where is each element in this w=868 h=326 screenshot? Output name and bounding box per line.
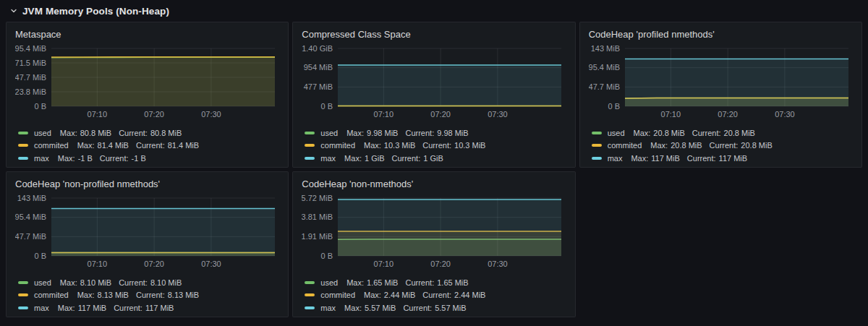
svg-text:1.91 MiB: 1.91 MiB: [302, 232, 333, 241]
legend-item-used[interactable]: used Max: 1.65 MiB Current: 1.65 MiB: [302, 278, 566, 287]
current-value: 1 GiB: [423, 154, 443, 163]
svg-text:95.4 MiB: 95.4 MiB: [589, 63, 620, 72]
legend-item-used[interactable]: used Max: 20.8 MiB Current: 20.8 MiB: [589, 128, 853, 137]
current-value: 8.13 MiB: [168, 291, 199, 299]
time-series-chart[interactable]: 143 MiB95.4 MiB47.7 MiB0 B07:1007:2007:3…: [589, 43, 853, 122]
panel-codeheap-non-profiled-nmethods: CodeHeap 'non-profiled nmethods' 143 MiB…: [6, 171, 289, 317]
legend-item-used[interactable]: used Max: 8.10 MiB Current: 8.10 MiB: [15, 278, 279, 287]
series-color-swatch: [305, 144, 315, 147]
max-value: 117 MiB: [651, 154, 680, 163]
series-color-swatch: [305, 132, 315, 134]
legend-item-commited[interactable]: commited Max: 20.8 MiB Current: 20.8 MiB: [589, 141, 853, 150]
max-value: 80.8 MiB: [80, 129, 111, 137]
series-name: commited: [608, 141, 642, 150]
time-series-chart[interactable]: 143 MiB95.4 MiB47.7 MiB0 B07:1007:2007:3…: [15, 193, 279, 272]
max-value: 2.44 MiB: [384, 291, 415, 299]
current-label: Current:: [692, 129, 721, 137]
max-label: Max:: [58, 154, 75, 163]
current-label: Current:: [119, 129, 148, 137]
panel-header[interactable]: Metaspace: [15, 27, 279, 40]
svg-text:954 MiB: 954 MiB: [304, 63, 333, 72]
series-name: commited: [320, 291, 355, 299]
time-series-chart[interactable]: 5.72 MiB3.81 MiB1.91 MiB0 B07:1007:2007:…: [302, 193, 566, 272]
current-value: 80.8 MiB: [150, 129, 182, 137]
svg-text:07:30: 07:30: [488, 110, 508, 119]
row-title: JVM Memory Pools (Non-Heap): [22, 6, 169, 17]
current-value: 1.65 MiB: [437, 278, 468, 287]
svg-text:0 B: 0 B: [321, 102, 333, 111]
svg-text:07:20: 07:20: [718, 110, 738, 119]
legend-item-max[interactable]: max Max: 117 MiB Current: 117 MiB: [15, 303, 279, 312]
legend: used Max: 8.10 MiB Current: 8.10 MiB com…: [15, 278, 279, 312]
series-color-swatch: [592, 144, 602, 147]
series-name: used: [320, 278, 338, 287]
grafana-dashboard: JVM Memory Pools (Non-Heap) Metaspace 95…: [0, 0, 868, 323]
legend-item-max[interactable]: max Max: 1 GiB Current: 1 GiB: [302, 153, 566, 163]
svg-text:07:10: 07:10: [88, 110, 108, 119]
legend: used Max: 20.8 MiB Current: 20.8 MiB com…: [589, 128, 853, 163]
series-name: max: [320, 154, 336, 163]
series-color-swatch: [305, 293, 315, 296]
current-label: Current:: [403, 304, 432, 312]
panel-header[interactable]: CodeHeap 'non-profiled nmethods': [15, 177, 279, 190]
legend: used Max: 80.8 MiB Current: 80.8 MiB com…: [15, 128, 279, 163]
panel-grid: Metaspace 95.4 MiB71.5 MiB47.7 MiB23.8 M…: [6, 22, 862, 317]
panel-title: CodeHeap 'non-nmethods': [302, 179, 566, 189]
legend-item-max[interactable]: max Max: 117 MiB Current: 117 MiB: [589, 153, 853, 163]
max-label: Max:: [77, 291, 95, 299]
panel-metaspace: Metaspace 95.4 MiB71.5 MiB47.7 MiB23.8 M…: [6, 22, 289, 168]
legend-item-used[interactable]: used Max: 80.8 MiB Current: 80.8 MiB: [15, 128, 279, 137]
current-value: 5.57 MiB: [435, 304, 466, 312]
max-label: Max:: [634, 129, 651, 137]
legend-item-max[interactable]: max Max: 5.57 MiB Current: 5.57 MiB: [302, 303, 566, 312]
panel-codeheap-profiled-nmethods: CodeHeap 'profiled nmethods' 143 MiB95.4…: [579, 22, 862, 168]
legend-item-commited[interactable]: commited Max: 10.3 MiB Current: 10.3 MiB: [302, 141, 566, 150]
max-value: 8.10 MiB: [80, 278, 111, 287]
svg-text:47.7 MiB: 47.7 MiB: [15, 232, 46, 241]
dashboard-row-header[interactable]: JVM Memory Pools (Non-Heap): [6, 0, 862, 22]
legend-item-used[interactable]: used Max: 9.98 MiB Current: 9.98 MiB: [302, 128, 566, 137]
current-value: 2.44 MiB: [454, 291, 485, 299]
panel-title: CodeHeap 'profiled nmethods': [589, 29, 853, 40]
current-label: Current:: [422, 141, 451, 150]
panel-header[interactable]: Compressed Class Space: [302, 27, 566, 40]
current-value: 20.8 MiB: [741, 141, 772, 150]
panel-header[interactable]: CodeHeap 'profiled nmethods': [589, 27, 853, 40]
current-label: Current:: [136, 141, 165, 150]
legend-item-commited[interactable]: commited Max: 8.13 MiB Current: 8.13 MiB: [15, 291, 279, 300]
svg-text:07:30: 07:30: [201, 110, 221, 119]
svg-text:07:20: 07:20: [431, 259, 451, 268]
svg-text:0 B: 0 B: [34, 252, 46, 260]
legend-item-max[interactable]: max Max: -1 B Current: -1 B: [15, 153, 279, 163]
max-value: 5.57 MiB: [365, 304, 396, 312]
max-label: Max:: [346, 278, 364, 287]
series-color-swatch: [592, 157, 602, 160]
series-name: used: [608, 129, 625, 137]
svg-text:143 MiB: 143 MiB: [590, 44, 619, 53]
max-value: 10.3 MiB: [384, 141, 415, 150]
current-label: Current:: [405, 278, 434, 287]
panel-header[interactable]: CodeHeap 'non-nmethods': [302, 177, 566, 190]
legend-item-commited[interactable]: commited Max: 81.4 MiB Current: 81.4 MiB: [15, 141, 279, 150]
legend: used Max: 9.98 MiB Current: 9.98 MiB com…: [302, 128, 566, 163]
panel-compressed-class-space: Compressed Class Space 1.40 GiB954 MiB47…: [292, 22, 575, 168]
series-color-swatch: [18, 157, 28, 160]
svg-text:477 MiB: 477 MiB: [304, 82, 333, 91]
time-series-chart[interactable]: 1.40 GiB954 MiB477 MiB0 B07:1007:2007:30: [302, 43, 566, 122]
svg-text:71.5 MiB: 71.5 MiB: [15, 59, 46, 67]
max-label: Max:: [364, 291, 381, 299]
series-color-swatch: [305, 157, 315, 160]
svg-text:07:10: 07:10: [374, 110, 394, 119]
series-color-swatch: [18, 132, 28, 134]
svg-text:95.4 MiB: 95.4 MiB: [15, 44, 46, 53]
svg-text:3.81 MiB: 3.81 MiB: [302, 213, 333, 221]
time-series-chart[interactable]: 95.4 MiB71.5 MiB47.7 MiB23.8 MiB0 B07:10…: [15, 43, 279, 122]
svg-text:07:30: 07:30: [488, 259, 508, 268]
series-name: max: [608, 154, 623, 163]
series-name: commited: [320, 141, 355, 150]
max-label: Max:: [346, 129, 364, 137]
max-value: 8.13 MiB: [98, 291, 129, 299]
series-color-swatch: [18, 293, 28, 296]
legend-item-commited[interactable]: commited Max: 2.44 MiB Current: 2.44 MiB: [302, 291, 566, 300]
svg-text:07:20: 07:20: [431, 110, 451, 119]
